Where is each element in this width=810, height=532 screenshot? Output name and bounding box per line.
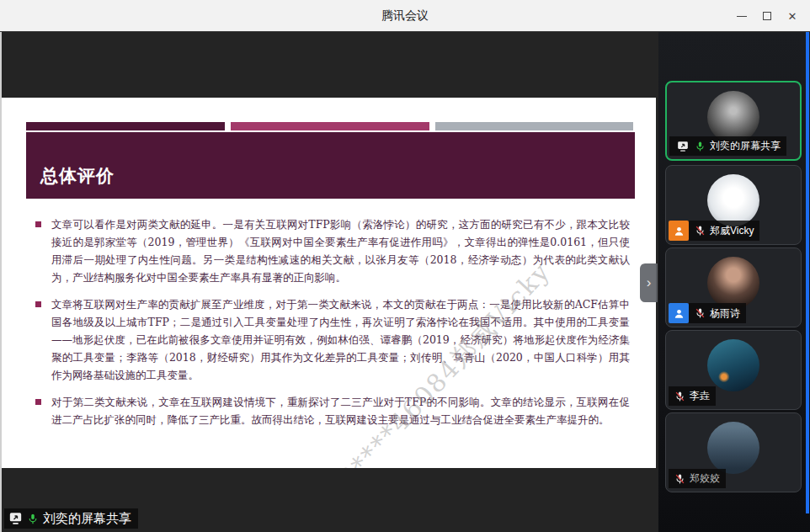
avatar: [707, 174, 759, 226]
close-button[interactable]: ✕: [780, 3, 805, 29]
shared-screen-stage: 总体评价 文章可以看作是对两类文献的延申。一是有关互联网对TFP影响（索洛悖论）…: [0, 32, 658, 532]
collapse-sidebar-button[interactable]: ›: [640, 263, 658, 302]
mic-on-icon: [27, 513, 39, 525]
maximize-icon: [763, 12, 771, 20]
participant-name: 刘奕的屏幕共享: [710, 139, 781, 153]
mic-muted-icon: [695, 307, 706, 319]
participant-tile-sharer[interactable]: 刘奕的屏幕共享: [665, 81, 802, 161]
avatar: [707, 422, 759, 474]
bullet-item: 文章可以看作是对两类文献的延申。一是有关互联网对TFP影响（索洛悖论）的研究，这…: [35, 215, 631, 286]
accent-bar-gray: [435, 122, 633, 130]
participant-name: 杨雨诗: [710, 306, 740, 321]
bullet-text: 文章将互联网对生产率的贡献扩展至产业维度，对于第一类文献来说，本文的贡献在于两点…: [51, 295, 630, 384]
bullet-marker-icon: [35, 221, 41, 227]
avatar: [707, 91, 759, 143]
meeting-window: 腾讯会议 ✕ 总体评价 文章可以看作是对两类文献的延申。一是有关互联网对TFP影…: [0, 0, 810, 532]
slide-accent-bars: [26, 122, 633, 130]
participant-name: 李垚: [690, 389, 710, 403]
participant-name: 郑威Vicky: [710, 224, 754, 238]
participant-name: 郑姣姣: [690, 471, 720, 486]
slide-body: 文章可以看作是对两类文献的延申。一是有关互联网对TFP影响（索洛悖论）的研究，这…: [35, 215, 631, 438]
slide-title-band: 总体评价: [26, 132, 635, 199]
participants-sidebar: 刘奕的屏幕共享 郑威Vicky: [658, 32, 810, 532]
window-edge: [0, 32, 2, 532]
window-controls: ✕: [729, 0, 805, 32]
bullet-text: 对于第二类文献来说，文章在互联网建设情境下，重新探讨了二三产业对于TFP的不同影…: [51, 393, 630, 428]
bullet-marker-icon: [35, 399, 41, 405]
minimize-button[interactable]: [729, 3, 754, 29]
mic-muted-icon: [674, 391, 685, 402]
sidebar-edge-accent: [806, 32, 809, 513]
accent-bar-pink: [231, 122, 429, 130]
participant-label: 刘奕的屏幕共享: [669, 136, 786, 156]
maximize-button[interactable]: [754, 3, 780, 29]
window-title: 腾讯会议: [0, 8, 810, 24]
participant-tile[interactable]: 郑姣姣: [665, 412, 802, 492]
bullet-marker-icon: [35, 301, 41, 307]
mic-muted-icon: [695, 225, 706, 237]
minimize-icon: [737, 16, 747, 17]
member-badge-icon: [669, 303, 689, 323]
bullet-text: 文章可以看作是对两类文献的延申。一是有关互联网对TFP影响（索洛悖论）的研究，这…: [51, 215, 630, 286]
sharing-status-chip: 刘奕的屏幕共享: [4, 508, 138, 529]
mic-on-icon: [695, 141, 706, 152]
mic-muted-icon: [674, 473, 685, 485]
avatar: [707, 257, 759, 309]
bullet-item: 文章将互联网对生产率的贡献扩展至产业维度，对于第一类文献来说，本文的贡献在于两点…: [35, 295, 631, 384]
presentation-slide: 总体评价 文章可以看作是对两类文献的延申。一是有关互联网对TFP影响（索洛悖论）…: [2, 98, 656, 468]
guest-badge-icon: [669, 221, 689, 241]
participant-tile[interactable]: 杨雨诗: [665, 247, 802, 327]
screen-share-icon: [675, 139, 690, 153]
sharing-status-label: 刘奕的屏幕共享: [43, 511, 131, 527]
title-bar: 腾讯会议 ✕: [0, 0, 810, 32]
participant-tile[interactable]: 李垚: [665, 330, 802, 410]
slide-title: 总体评价: [26, 164, 115, 199]
participant-label: 郑姣姣: [669, 469, 726, 488]
participant-label: 杨雨诗: [669, 303, 746, 323]
participant-label: 郑威Vicky: [669, 221, 759, 241]
accent-bar-dark: [26, 122, 225, 130]
avatar: [707, 339, 759, 391]
chevron-right-icon: ›: [647, 274, 652, 291]
close-icon: ✕: [788, 11, 797, 22]
participant-tile[interactable]: 郑威Vicky: [665, 165, 802, 245]
bullet-item: 对于第二类文献来说，文章在互联网建设情境下，重新探讨了二三产业对于TFP的不同影…: [35, 393, 631, 428]
screen-share-icon: [8, 512, 23, 526]
participant-label: 李垚: [669, 386, 716, 406]
